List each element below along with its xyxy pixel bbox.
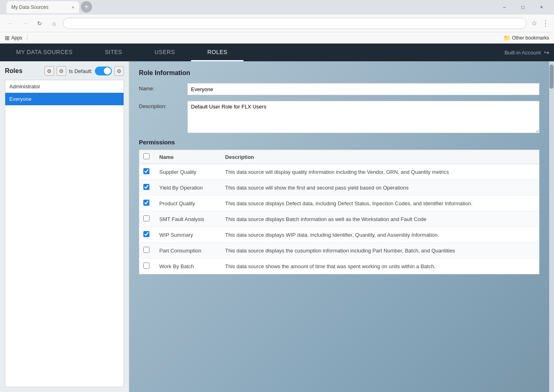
bookmark-icon[interactable]: ☆ [531,19,537,27]
header-right: Built-in Account ↪ [504,44,554,61]
name-column-header: Name [155,150,221,164]
role-item-label: Administrator [9,83,40,90]
permission-description: This data source displays the cusumption… [221,243,539,259]
permission-name: SMT Fault Analysis [155,211,221,227]
description-label: Description: [139,101,187,109]
table-row: SMT Fault Analysis This data source disp… [139,211,539,227]
maximize-button[interactable]: □ [514,0,532,15]
description-column-header: Description [221,150,539,164]
permission-checkbox[interactable] [143,215,149,221]
apps-link[interactable]: ⊞ Apps [5,35,22,41]
content-area: Role Information Name: Description: Defa… [129,61,549,392]
browser-menu-button[interactable]: ⋮ [542,19,549,28]
row-checkbox-cell[interactable] [139,211,155,227]
table-row: Work By Batch This data source shows the… [139,259,539,274]
row-checkbox-cell[interactable] [139,180,155,196]
table-row: WIP Summary This data source displays WI… [139,227,539,243]
tab-title: My Data Sources [11,4,48,10]
table-row: Part Consumption This data source displa… [139,243,539,259]
permissions-title: Permissions [139,139,539,146]
permission-checkbox[interactable] [143,247,149,253]
name-input[interactable] [187,83,539,95]
checkbox-column-header [139,150,155,164]
new-tab-button[interactable]: + [81,1,92,13]
favorites-separator [27,35,27,41]
favorites-bar: ⊞ Apps 📁 Other bookmarks [0,32,554,44]
table-row: Yield By Operation This data source will… [139,180,539,196]
sidebar-title: Roles [5,67,42,75]
active-tab[interactable]: My Data Sources × [6,1,79,13]
toggle-knob [104,67,111,75]
built-in-account-label: Built-in Account [504,50,541,56]
permission-checkbox[interactable] [143,231,149,237]
table-row: Product Quality This data source display… [139,196,539,211]
home-button[interactable]: ⌂ [48,18,60,29]
apps-label: Apps [11,35,22,41]
row-checkbox-cell[interactable] [139,164,155,180]
role-item-label: Everyone [9,96,31,102]
permission-description: This data source displays Defect data, i… [221,196,539,211]
permission-checkbox[interactable] [143,168,149,174]
app-header: MY DATA SOURCES SITES USERS ROLES Built-… [0,44,554,61]
nav-tab-users[interactable]: USERS [138,44,191,61]
permission-checkbox[interactable] [143,200,149,206]
apps-grid-icon: ⊞ [5,35,10,41]
window-controls: − □ × [495,0,551,15]
other-bookmarks-label: Other bookmarks [512,35,549,41]
permission-description: This data source will display quality in… [221,164,539,180]
permission-name: Part Consumption [155,243,221,259]
permission-description: This data source shows the amount of tim… [221,259,539,274]
main-container: Roles ⚙ ⚙ Is Default: ⚙ Administrator Ev… [0,61,554,392]
refresh-button[interactable]: ↻ [34,18,45,29]
sidebar-settings-button-3[interactable]: ⚙ [114,66,124,76]
permission-checkbox[interactable] [143,184,149,190]
sidebar-header: Roles ⚙ ⚙ Is Default: ⚙ [5,66,124,76]
row-checkbox-cell[interactable] [139,227,155,243]
role-info-title: Role Information [139,69,539,77]
is-default-toggle[interactable] [95,67,112,75]
permission-name: WIP Summary [155,227,221,243]
scrollbar-thumb [550,65,554,89]
tab-close-button[interactable]: × [72,5,74,10]
sidebar: Roles ⚙ ⚙ Is Default: ⚙ Administrator Ev… [0,61,129,392]
row-checkbox-cell[interactable] [139,196,155,211]
permission-name: Work By Batch [155,259,221,274]
minimize-button[interactable]: − [495,0,514,15]
role-item-administrator[interactable]: Administrator [5,80,124,93]
name-row: Name: [139,83,539,95]
description-row: Description: Default User Role for FLX U… [139,101,539,133]
permissions-header-row: Name Description [139,150,539,164]
nav-tab-roles[interactable]: ROLES [191,44,243,61]
role-item-everyone[interactable]: Everyone [5,93,124,105]
nav-tab-my-data-sources[interactable]: MY DATA SOURCES [0,44,89,61]
roles-list: Administrator Everyone [5,80,124,387]
other-bookmarks[interactable]: 📁 Other bookmarks [504,35,549,41]
name-label: Name: [139,83,187,92]
logout-icon[interactable]: ↪ [544,49,549,56]
permission-description: This data source will show the first and… [221,180,539,196]
forward-button[interactable]: → [19,18,31,29]
browser-titlebar: My Data Sources × + − □ × [0,0,554,15]
select-all-checkbox[interactable] [143,153,149,159]
address-input[interactable] [63,18,527,29]
toggle-label: Is Default: [69,68,92,74]
permissions-section: Permissions Name Description Supplier Qu… [139,139,539,274]
table-row: Supplier Quality This data source will d… [139,164,539,180]
permission-description: This data source displays WIP data, incl… [221,227,539,243]
row-checkbox-cell[interactable] [139,243,155,259]
description-textarea[interactable]: Default User Role for FLX Users [187,101,539,133]
permission-checkbox[interactable] [143,263,149,269]
sidebar-settings-button-1[interactable]: ⚙ [44,66,54,76]
permission-description: This data source displays Batch informat… [221,211,539,227]
sidebar-settings-button-2[interactable]: ⚙ [57,66,66,76]
address-bar: ← → ↻ ⌂ ☆ ⋮ [0,15,554,32]
permission-name: Supplier Quality [155,164,221,180]
back-button[interactable]: ← [5,18,16,29]
tab-bar: My Data Sources × + [6,1,92,13]
row-checkbox-cell[interactable] [139,259,155,274]
nav-tab-sites[interactable]: SITES [89,44,138,61]
right-scrollbar[interactable] [549,61,554,392]
close-window-button[interactable]: × [532,0,551,15]
folder-icon: 📁 [504,35,510,41]
permissions-table: Name Description Supplier Quality This d… [139,150,539,274]
